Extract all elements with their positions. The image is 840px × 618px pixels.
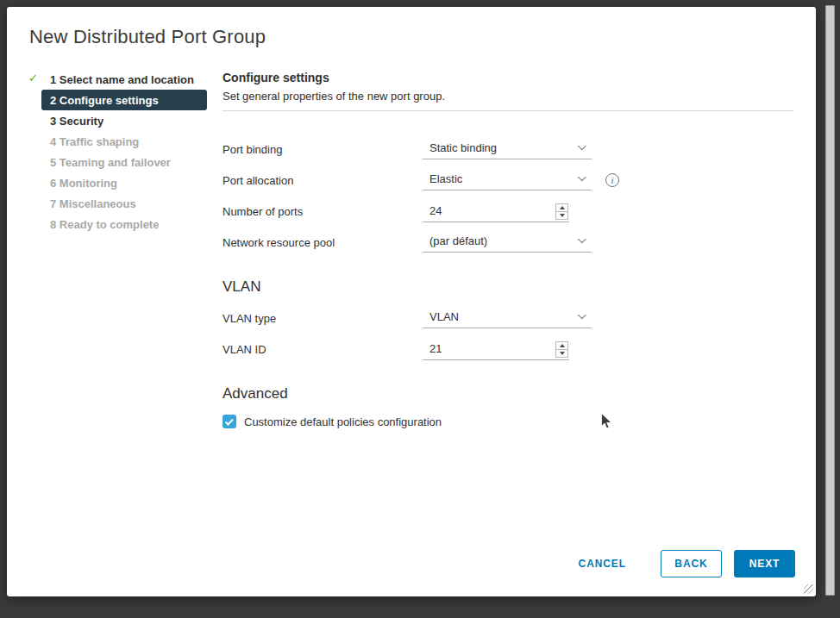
vlan-id-input[interactable]: [423, 339, 555, 359]
wizard-step-ready-to-complete: 8 Ready to complete: [41, 214, 207, 234]
customize-policies-checkbox-row[interactable]: Customize default policies configuration: [223, 415, 793, 428]
info-icon[interactable]: i: [605, 173, 619, 187]
next-button[interactable]: NEXT: [734, 550, 795, 577]
wizard-step-label: 1 Select name and location: [50, 73, 194, 86]
port-allocation-value: Elastic: [429, 172, 462, 185]
chevron-down-icon: [578, 172, 586, 181]
wizard-step-teaming-failover: 5 Teaming and failover: [41, 152, 207, 172]
wizard-step-configure-settings[interactable]: 2 Configure settings: [41, 90, 207, 110]
form-row-vlan-id: VLAN ID: [223, 334, 793, 365]
wizard-step-select-name[interactable]: ✓ 1 Select name and location: [41, 69, 207, 90]
dialog-header: New Distributed Port Group: [7, 7, 816, 59]
vlan-type-value: VLAN: [429, 310, 459, 323]
vlan-section-title: VLAN: [223, 278, 793, 296]
wizard-step-traffic-shaping: 4 Traffic shaping: [41, 131, 207, 152]
vlan-type-label: VLAN type: [223, 312, 423, 325]
stepper-up-icon[interactable]: [556, 204, 567, 211]
wizard-step-label: 2 Configure settings: [50, 94, 159, 107]
window-scrollbar[interactable]: [825, 5, 835, 596]
wizard-step-label: 6 Monitoring: [50, 177, 117, 190]
stepper-up-icon[interactable]: [556, 342, 567, 349]
customize-policies-checkbox-label: Customize default policies configuration: [244, 415, 442, 428]
wizard-step-label: 4 Traffic shaping: [50, 135, 139, 148]
step-content-panel: Configure settings Set general propertie…: [223, 59, 816, 428]
advanced-section-title: Advanced: [223, 385, 793, 403]
vlan-id-field: [423, 339, 569, 360]
wizard-step-label: 7 Miscellaneous: [50, 197, 136, 210]
panel-subheading: Set general properties of the new port g…: [223, 90, 793, 103]
port-binding-label: Port binding: [223, 143, 423, 156]
vlan-id-label: VLAN ID: [223, 343, 423, 356]
port-binding-value: Static binding: [429, 141, 497, 154]
chevron-down-icon: [578, 141, 586, 150]
wizard-step-miscellaneous: 7 Miscellaneous: [41, 193, 207, 214]
panel-heading: Configure settings: [223, 71, 793, 84]
number-of-ports-field: [423, 201, 569, 222]
dialog-footer: CANCEL BACK NEXT: [568, 550, 795, 577]
resize-grip[interactable]: [804, 584, 813, 594]
number-of-ports-input[interactable]: [423, 201, 555, 221]
vlan-id-stepper[interactable]: [555, 341, 568, 358]
check-icon: ✓: [28, 72, 38, 84]
port-binding-select[interactable]: Static binding: [423, 139, 592, 159]
number-of-ports-label: Number of ports: [223, 205, 423, 218]
chevron-down-icon: [578, 234, 586, 243]
wizard-step-security[interactable]: 3 Security: [41, 110, 207, 131]
network-resource-pool-label: Network resource pool: [223, 236, 423, 249]
cancel-button[interactable]: CANCEL: [568, 550, 636, 577]
port-allocation-select[interactable]: Elastic: [423, 170, 592, 190]
form-row-network-resource-pool: Network resource pool (par défaut): [223, 227, 793, 258]
wizard-step-monitoring: 6 Monitoring: [41, 172, 207, 193]
number-of-ports-stepper[interactable]: [555, 203, 568, 220]
wizard-step-label: 3 Security: [50, 115, 103, 128]
form-row-port-allocation: Port allocation Elastic i: [223, 165, 793, 196]
network-resource-pool-value: (par défaut): [429, 234, 487, 247]
back-button[interactable]: BACK: [661, 550, 722, 577]
stepper-down-icon[interactable]: [556, 211, 567, 219]
chevron-down-icon: [578, 310, 586, 319]
stepper-down-icon[interactable]: [556, 349, 567, 357]
dialog-title: New Distributed Port Group: [29, 26, 793, 48]
vlan-type-select[interactable]: VLAN: [423, 308, 592, 328]
checkbox-checked-icon[interactable]: [223, 415, 236, 428]
form-row-port-binding: Port binding Static binding: [223, 134, 793, 165]
wizard-steps: ✓ 1 Select name and location 2 Configure…: [41, 59, 207, 234]
wizard-step-label: 5 Teaming and failover: [50, 156, 171, 169]
wizard-step-label: 8 Ready to complete: [50, 218, 159, 231]
new-distributed-port-group-dialog: New Distributed Port Group ✓ 1 Select na…: [7, 7, 816, 596]
form-row-vlan-type: VLAN type VLAN: [223, 303, 793, 334]
port-allocation-label: Port allocation: [223, 174, 423, 187]
header-divider: [223, 110, 793, 111]
network-resource-pool-select[interactable]: (par défaut): [423, 232, 592, 253]
form-row-number-of-ports: Number of ports: [223, 196, 793, 227]
